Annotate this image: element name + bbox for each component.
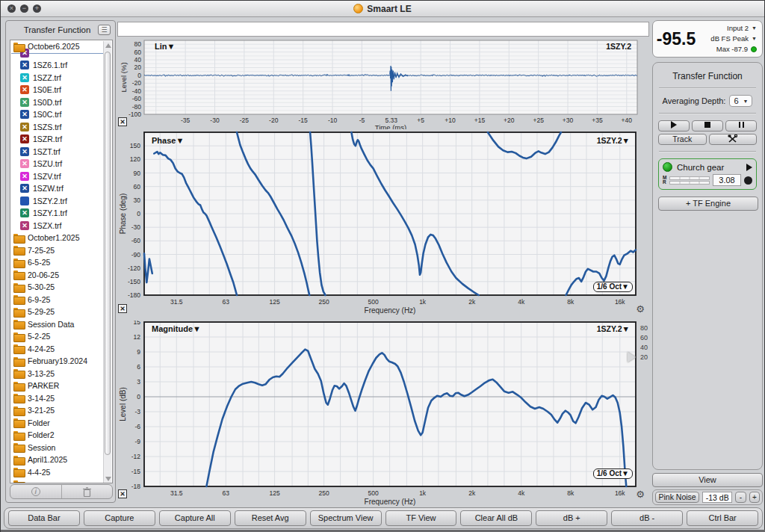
phase-pane: 1501209060300-30-60-90-120-150-18031.563… [117, 129, 649, 321]
file-item[interactable]: ✕1SZT.trf [10, 146, 105, 158]
folder-item[interactable]: April1.2025 [10, 454, 105, 466]
file-item[interactable]: ✕1SZ6.1.trf [10, 59, 105, 72]
close-window-button[interactable]: × [7, 4, 16, 13]
folder-item[interactable]: 5-2-25 [10, 330, 105, 343]
item-name: April1.2025 [28, 455, 67, 464]
folder-item[interactable]: 3-21-25 [10, 404, 105, 417]
file-list[interactable]: October6.2025✕✕1SZ6.1.trf✕1SZZ.trf✕1S0E.… [10, 40, 113, 483]
svg-text:0: 0 [137, 210, 140, 217]
item-name: 4-4-25 [28, 468, 50, 477]
folder-item[interactable]: 5-29-25 [10, 306, 105, 318]
folder-item[interactable]: Folder [10, 417, 105, 430]
file-item[interactable]: ✕1S0C.trf [10, 108, 105, 121]
folder-item[interactable]: February19.2024 [10, 355, 105, 368]
start-button[interactable] [658, 120, 690, 132]
magnitude-smoothing-menu[interactable]: 1/6 Oct▼ [593, 468, 633, 479]
tools-button[interactable] [709, 134, 758, 145]
phase-smoothing-menu[interactable]: 1/6 Oct▼ [593, 282, 633, 292]
averaging-depth-select[interactable]: 6▼ [729, 95, 752, 107]
capture-button[interactable]: Capture [84, 510, 155, 526]
data-bar-button[interactable]: Data Bar [8, 510, 80, 526]
input-select[interactable]: Input 2▼ [699, 23, 757, 34]
close-phase-pane-icon[interactable]: ✕ [118, 304, 127, 313]
record-dot-icon[interactable] [744, 176, 752, 185]
level-minus-button[interactable]: - [735, 492, 746, 503]
svg-text:-30: -30 [131, 223, 141, 231]
stop-button[interactable] [692, 120, 723, 132]
tf-view-button[interactable]: TF View [385, 510, 457, 526]
svg-text:63: 63 [223, 298, 230, 306]
file-item[interactable]: ✕1SZX.trf [10, 220, 105, 232]
delete-button[interactable] [62, 485, 113, 498]
file-item[interactable]: ✕1SZU.trf [10, 158, 105, 170]
db--button[interactable]: dB + [536, 510, 607, 526]
file-item[interactable]: ✕1SZV.trf [10, 170, 105, 183]
file-item[interactable]: ✕1SZR.trf [10, 133, 105, 146]
file-list-scrollbar[interactable] [103, 41, 111, 483]
view-button[interactable]: View [652, 473, 763, 487]
level-plus-button[interactable]: + [749, 492, 760, 503]
file-item[interactable]: ✕1S0E.trf [10, 84, 105, 96]
lin-view-menu[interactable]: Lin▼ [155, 42, 175, 51]
engine-delay-value[interactable]: 3.08 [713, 174, 741, 186]
track-button[interactable]: Track [658, 134, 707, 145]
info-button[interactable]: i [10, 485, 61, 498]
folder-item[interactable] [10, 478, 105, 483]
magnitude-view-menu[interactable]: Magnitude▼ [152, 324, 201, 333]
app-title: Smaart LE [353, 4, 411, 14]
folder-item[interactable]: PARKER [10, 380, 105, 392]
folder-item[interactable]: 3-13-25 [10, 368, 105, 380]
minimize-window-button[interactable]: − [20, 4, 28, 13]
folder-item[interactable]: 3-14-25 [10, 392, 105, 405]
folder-item[interactable]: Session [10, 442, 105, 454]
meter-mode-select[interactable]: dB FS Peak▼ [699, 34, 757, 44]
folder-item[interactable]: 5-30-25 [10, 281, 105, 294]
folder-item[interactable]: 7-25-25 [10, 244, 105, 257]
clear-all-db-button[interactable]: Clear All dB [460, 510, 532, 526]
menu-icon[interactable]: ☰ [98, 25, 111, 35]
close-magnitude-pane-icon[interactable]: ✕ [118, 489, 127, 498]
folder-item[interactable]: 4-4-25 [10, 466, 105, 479]
scroll-up-icon[interactable] [105, 43, 111, 48]
folder-item[interactable]: 6-9-25 [10, 294, 105, 306]
magnitude-settings-gear-icon[interactable]: ⚙ [636, 489, 645, 499]
phase-trace-menu[interactable]: 1SZY.2▼ [597, 136, 630, 145]
app-window: × − + Smaart LE Transfer Function ☰ Octo… [0, 0, 765, 532]
engine-play-icon[interactable] [746, 164, 752, 171]
file-item[interactable]: ✕1SZY.1.trf [10, 207, 105, 220]
item-name: 1SZR.trf [33, 134, 62, 143]
folder-item[interactable]: Session Data [10, 318, 105, 331]
capture-all-button[interactable]: Capture All [159, 510, 231, 526]
folder-item[interactable]: 6-5-25 [10, 256, 105, 269]
control-panel: -95.5 Input 2▼ dB FS Peak▼ Max -87.9 Tra… [652, 20, 763, 506]
folder-item[interactable]: October1.2025 [10, 232, 105, 244]
scroll-down-icon[interactable] [105, 477, 111, 481]
ctrl-bar-button[interactable]: Ctrl Bar [687, 510, 758, 526]
threshold-marker-icon[interactable] [628, 352, 636, 362]
phase-view-menu[interactable]: Phase▼ [152, 136, 184, 145]
file-item[interactable]: ✕1SZS.trf [10, 121, 105, 134]
phase-settings-gear-icon[interactable]: ⚙ [636, 304, 645, 314]
pink-noise-button[interactable]: Pink Noise [655, 492, 699, 503]
magnitude-trace-menu[interactable]: 1SZY.2▼ [597, 324, 630, 333]
folder-item[interactable]: 4-24-25 [10, 343, 105, 356]
folder-icon [13, 270, 24, 279]
file-item[interactable]: 1SZY.2.trf [10, 195, 105, 208]
file-item[interactable]: ✕1SZW.trf [10, 182, 105, 195]
spectrum-view-button[interactable]: Spectrum View [310, 510, 382, 526]
reset-avg-button[interactable]: Reset Avg [235, 510, 306, 526]
pause-button[interactable] [725, 120, 757, 132]
folder-item[interactable]: 20-06-25 [10, 269, 105, 282]
chart-area: 806040200-20-40-60-80-100-35-30-25-20-15… [117, 22, 649, 506]
file-item[interactable]: ✕1S0D.trf [10, 96, 105, 109]
svg-text:60: 60 [134, 49, 142, 56]
lin-trace-label[interactable]: 1SZY.2 [606, 42, 631, 51]
file-item[interactable]: ✕1SZZ.trf [10, 72, 105, 84]
scrollbar-thumb[interactable] [105, 52, 111, 455]
folder-item[interactable]: Folder2 [10, 429, 105, 442]
close-lin-pane-icon[interactable]: ✕ [118, 117, 127, 126]
zoom-window-button[interactable]: + [33, 4, 41, 13]
add-tf-engine-button[interactable]: + TF Engine [658, 197, 758, 211]
chevron-down-icon: ▼ [752, 23, 757, 34]
db--button[interactable]: dB - [611, 510, 683, 526]
